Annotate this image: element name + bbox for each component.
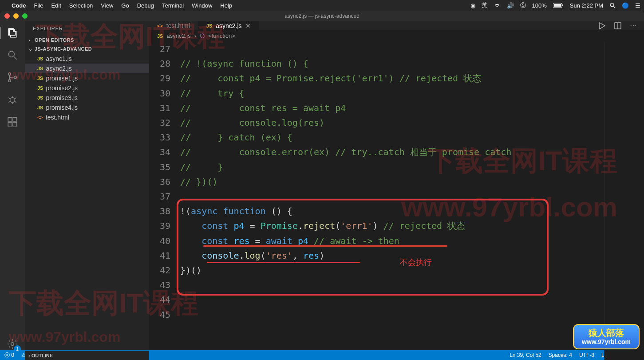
menu-terminal[interactable]: Terminal [162,2,184,9]
menu-view[interactable]: View [101,2,113,9]
svg-point-15 [11,343,14,346]
editor-area: <> test.html JS async2.js ✕ ⋯ JS async2.… [149,21,644,350]
menu-selection[interactable]: Selection [69,2,93,9]
js-file-icon: JS [37,105,43,110]
svg-rect-13 [13,122,17,126]
file-name: promise1.js [46,75,78,82]
svg-rect-1 [554,4,561,7]
screencast-icon[interactable]: ◉ [470,2,475,9]
more-icon[interactable]: ⋯ [630,21,637,30]
outline-section[interactable]: › OUTLINE [25,351,149,360]
svg-point-10 [10,98,15,103]
siri-orb-icon[interactable]: 🔵 [622,2,629,9]
file-item[interactable]: JSasync1.js [25,54,149,64]
code-content[interactable]: // !(async function () {// const p4 = Pr… [180,42,604,360]
file-item[interactable]: JSpromise1.js [25,73,149,83]
js-file-icon: JS [157,33,163,39]
close-icon[interactable]: ✕ [245,22,251,29]
svg-rect-2 [562,4,563,6]
explorer-icon[interactable] [0,27,24,39]
svg-point-5 [8,51,14,57]
js-file-icon: JS [37,76,43,81]
file-list: JSasync1.jsJSasync2.jsJSpromise1.jsJSpro… [25,54,149,122]
js-file-icon: JS [37,66,43,71]
siri-icon[interactable]: Ⓢ [520,1,526,9]
menu-go[interactable]: Go [121,2,129,9]
svg-point-9 [14,76,16,78]
file-name: test.html [46,114,69,121]
battery-icon [553,3,564,8]
tabstrip: <> test.html JS async2.js ✕ ⋯ [149,21,644,30]
window-maximize-button[interactable] [22,13,28,19]
window-titlebar: async2.js — js-async-advanced [0,11,644,21]
tab-test-html[interactable]: <> test.html [149,21,198,30]
macos-menubar: Code File Edit Selection View Go Debug T… [0,0,644,11]
code-editor[interactable]: 27282930313233343536373839404142434445 /… [149,42,644,360]
file-name: promise3.js [46,94,78,101]
chevron-right-icon: › [194,32,196,39]
svg-point-7 [8,73,11,75]
svg-rect-11 [8,117,12,121]
clock[interactable]: Sun 2:22 PM [570,2,603,9]
file-item[interactable]: JSpromise4.js [25,103,149,112]
window-title: async2.js — js-async-advanced [284,13,360,19]
watermark-badge: 猿人部落 www.97yrbl.com [573,324,640,349]
window-close-button[interactable] [4,13,10,19]
underline-1 [203,245,447,247]
file-name: async2.js [46,65,71,72]
minimap[interactable] [604,42,644,360]
html-file-icon: <> [37,115,43,120]
open-editors-section[interactable]: ›OPEN EDITORS [25,36,149,44]
underline-2 [207,262,360,263]
svg-point-8 [8,80,11,82]
menu-edit[interactable]: Edit [51,2,61,9]
explorer-title: EXPLORER [25,21,149,36]
js-file-icon: JS [37,56,43,61]
debug-icon[interactable] [6,93,19,106]
status-errors[interactable]: ⓧ 0 [4,352,14,359]
symbol-icon: ⬡ [200,32,205,39]
file-name: promise2.js [46,84,78,92]
tab-async2-js[interactable]: JS async2.js ✕ [198,21,259,30]
split-editor-icon[interactable] [614,22,622,30]
js-file-icon: JS [37,95,43,100]
extensions-icon[interactable] [6,116,19,128]
sidebar: EXPLORER ›OPEN EDITORS ⌄JS-ASYNC-ADVANCE… [25,21,149,350]
app-name[interactable]: Code [12,2,26,9]
file-name: async1.js [46,55,71,62]
svg-line-6 [14,56,17,60]
window-minimize-button[interactable] [13,13,19,19]
file-item[interactable]: <>test.html [25,112,149,122]
run-icon[interactable] [598,22,606,30]
file-item[interactable]: JSasync2.js [25,64,149,73]
activity-bar [0,21,25,350]
menu-debug[interactable]: Debug [137,2,154,9]
search-icon[interactable] [6,49,19,61]
breadcrumb[interactable]: JS async2.js › ⬡ <function> [149,30,644,42]
html-file-icon: <> [157,23,163,28]
svg-rect-12 [8,122,12,126]
volume-icon[interactable]: 🔊 [507,2,514,9]
red-annotation: 不会执行 [400,255,432,270]
battery-text: 100% [532,2,547,9]
wifi-icon[interactable] [494,3,501,8]
menu-file[interactable]: File [34,2,43,9]
input-icon[interactable]: 英 [482,1,487,9]
project-section[interactable]: ⌄JS-ASYNC-ADVANCED [25,44,149,54]
menu-window[interactable]: Window [192,2,212,9]
svg-rect-14 [13,117,17,121]
menu-help[interactable]: Help [220,2,232,9]
notification-icon[interactable]: ☰ [635,2,640,9]
file-item[interactable]: JSpromise2.js [25,83,149,93]
settings-icon[interactable] [6,338,19,350]
svg-point-3 [610,3,614,7]
file-name: promise4.js [46,104,78,111]
svg-line-4 [613,6,615,8]
js-file-icon: JS [37,85,43,91]
file-item[interactable]: JSpromise3.js [25,93,149,103]
js-file-icon: JS [206,23,212,28]
spotlight-icon[interactable] [609,2,616,8]
source-control-icon[interactable] [6,71,19,84]
line-gutter: 27282930313233343536373839404142434445 [149,42,180,360]
